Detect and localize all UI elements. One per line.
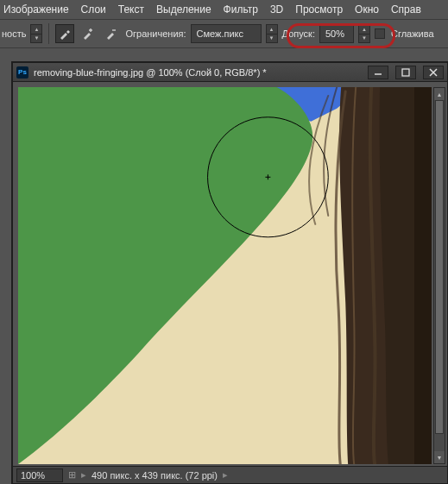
constraints-stepper[interactable]: ▲▼ [266, 24, 278, 43]
svg-rect-1 [402, 69, 409, 76]
document-title: removing-blue-fringing.jpg @ 100% (Слой … [34, 67, 361, 78]
options-separator [48, 23, 49, 44]
zoom-value: 100% [21, 470, 45, 481]
close-button[interactable] [423, 66, 444, 79]
smooth-label: Сглажива [391, 28, 434, 39]
main-menubar: Изображение Слои Текст Выделение Фильтр … [0, 0, 448, 19]
photoshop-icon: Ps [16, 66, 28, 79]
menu-layers[interactable]: Слои [81, 3, 106, 16]
menu-help[interactable]: Справ [391, 3, 421, 16]
menu-image[interactable]: Изображение [3, 3, 69, 16]
tolerance-stepper[interactable]: ▲▼ [358, 24, 370, 43]
eyedropper-replace-icon[interactable] [55, 24, 74, 43]
scroll-thumb[interactable] [435, 100, 444, 434]
constraints-value: Смеж.пикс [197, 28, 243, 39]
smooth-checkbox[interactable] [375, 28, 385, 39]
status-doc-info: 490 пикс. x 439 пикс. (72 ppi) [91, 470, 218, 481]
constraints-dropdown[interactable]: Смеж.пикс [191, 24, 262, 43]
menu-selection[interactable]: Выделение [156, 3, 211, 16]
canvas-viewport [18, 87, 432, 464]
document-titlebar: Ps removing-blue-fringing.jpg @ 100% (Сл… [13, 63, 447, 82]
options-stepper-1[interactable]: ▲▼ [30, 24, 42, 43]
eyedropper-add-icon[interactable] [79, 24, 98, 43]
zoom-field[interactable]: 100% [16, 468, 63, 482]
status-view-icon[interactable]: ⊞ [68, 469, 76, 481]
tool-options-bar: ность ▲▼ Ограничения: Смеж.пикс ▲▼ Допус… [0, 19, 448, 48]
menu-filter[interactable]: Фильтр [224, 3, 258, 16]
document-statusbar: 100% ⊞ ▸ 490 пикс. x 439 пикс. (72 ppi) … [13, 466, 447, 483]
menu-3d[interactable]: 3D [270, 3, 283, 16]
eyedropper-subtract-icon[interactable] [102, 24, 121, 43]
tolerance-input[interactable]: 50% [319, 24, 354, 43]
status-info-chevron-icon[interactable]: ▸ [223, 469, 228, 481]
maximize-button[interactable] [395, 66, 416, 79]
scroll-up-arrow[interactable]: ▲ [434, 88, 445, 100]
menu-window[interactable]: Окно [355, 3, 379, 16]
document-window: Ps removing-blue-fringing.jpg @ 100% (Сл… [12, 62, 448, 484]
scroll-down-arrow[interactable]: ▼ [434, 451, 445, 463]
minimize-button[interactable] [368, 66, 388, 79]
menu-text[interactable]: Текст [118, 3, 144, 16]
options-partial-label: ность [2, 28, 26, 39]
menu-view[interactable]: Просмотр [295, 3, 343, 16]
tolerance-label: Допуск: [282, 28, 315, 39]
status-chevron-icon[interactable]: ▸ [81, 469, 86, 481]
constraints-label: Ограничения: [125, 28, 186, 39]
tolerance-value: 50% [325, 28, 344, 39]
image-canvas[interactable] [18, 87, 432, 464]
vertical-scrollbar[interactable]: ▲ ▼ [433, 87, 445, 464]
scroll-track[interactable] [434, 100, 445, 451]
